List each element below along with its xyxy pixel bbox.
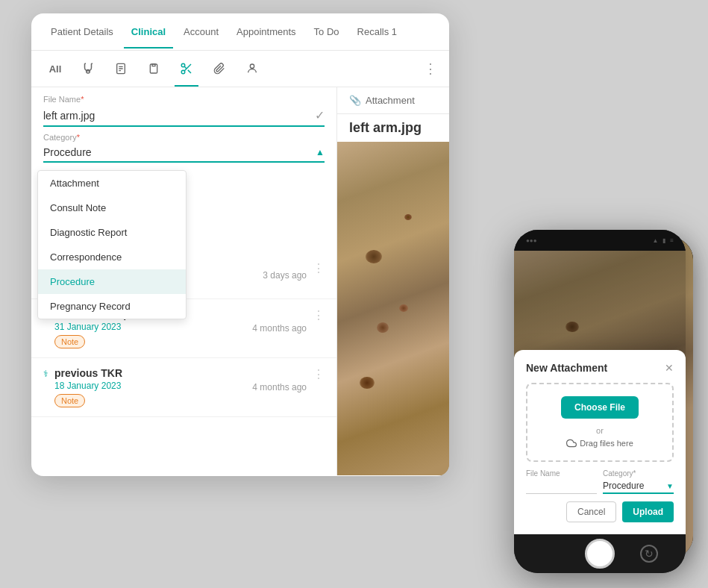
modal-footer-fields: File Name Category* Procedure ▼ [526, 469, 674, 494]
modal-actions: Cancel Upload [526, 501, 674, 522]
modal-category-dropdown[interactable]: Procedure ▼ [603, 479, 674, 494]
stethoscope-icon[interactable] [76, 57, 100, 81]
icon-toolbar: All [31, 51, 449, 87]
category-dropdown-trigger[interactable]: Procedure ▲ [43, 143, 325, 163]
person-icon[interactable] [240, 57, 264, 81]
dropdown-item-pregnancy-record[interactable]: Pregnancy Record [38, 294, 186, 319]
cancel-button[interactable]: Cancel [566, 501, 616, 522]
svg-line-11 [188, 70, 191, 73]
clipboard-icon[interactable] [142, 57, 166, 81]
camera-flip-button[interactable]: ↻ [640, 545, 658, 563]
category-label: Category* [43, 133, 325, 142]
spot-2 [377, 322, 389, 333]
scissors-icon[interactable] [175, 57, 198, 81]
spot-4 [399, 304, 408, 312]
cloud-icon [566, 438, 577, 448]
choose-file-button[interactable]: Choose File [561, 396, 639, 419]
spot-3 [360, 377, 375, 389]
attachment-image [337, 142, 449, 475]
modal-file-name-input[interactable] [526, 480, 597, 494]
modal-file-name-field: File Name [526, 469, 597, 494]
item-body-3: previous TKR 18 January 2023 Note [54, 367, 246, 407]
svg-line-12 [184, 66, 187, 69]
modal-category-value-text: Procedure [603, 481, 644, 491]
dropdown-item-correspondence[interactable]: Correspondence [38, 245, 186, 269]
more-options-icon[interactable]: ⋮ [424, 60, 437, 77]
dropdown-item-consult-note[interactable]: Consult Note [38, 196, 186, 220]
phone-signal-icon: ●●● [526, 237, 537, 244]
attachment-header: 📎 Attachment [337, 87, 449, 114]
item-date-3: 18 January 2023 [54, 381, 246, 391]
phone-status-right: ▲ ▮ ≡ [652, 237, 674, 244]
file-name-value[interactable]: left arm.jpg ✓ [43, 105, 325, 127]
item-icon-3: ⚕ [43, 369, 48, 379]
desktop-card: Patient Details Clinical Account Appoint… [31, 13, 449, 476]
item-ago-2: 4 months ago [252, 323, 307, 334]
file-name-required: * [81, 95, 84, 104]
phone-screen: New Attachment ✕ Choose File or Drag fil… [514, 251, 686, 534]
right-panel: 📎 Attachment left arm.jpg [337, 87, 449, 475]
item-more-2[interactable]: ⋮ [313, 308, 325, 322]
spot-5 [404, 214, 412, 220]
paperclip-small-icon: 📎 [349, 95, 361, 106]
drag-text-label: Drag files here [580, 439, 633, 448]
document-icon[interactable] [109, 57, 133, 81]
item-date-2: 31 January 2023 [54, 322, 246, 332]
phone-menu-icon: ≡ [670, 237, 674, 244]
spot-1 [366, 250, 382, 263]
svg-point-8 [181, 63, 185, 67]
tab-clinical[interactable]: Clinical [124, 16, 173, 48]
phone-modal-overlay: New Attachment ✕ Choose File or Drag fil… [514, 251, 686, 534]
phone-device: ●●● ▲ ▮ ≡ New Attachment ✕ Choose File o… [514, 230, 686, 573]
category-selected-value: Procedure [43, 146, 92, 158]
chevron-up-icon: ▲ [316, 147, 325, 157]
phone-modal: New Attachment ✕ Choose File or Drag fil… [514, 350, 686, 534]
dropdown-item-procedure[interactable]: Procedure [38, 269, 186, 294]
list-item[interactable]: ⚕ previous TKR 18 January 2023 Note 4 mo… [31, 358, 336, 417]
item-more-1[interactable]: ⋮ [313, 261, 325, 275]
modal-close-button[interactable]: ✕ [665, 362, 674, 374]
upload-button[interactable]: Upload [622, 501, 674, 522]
phone-battery-icon: ▮ [662, 237, 665, 244]
item-ago-3: 4 months ago [252, 382, 307, 392]
svg-point-13 [250, 64, 254, 68]
or-text: or [539, 426, 660, 435]
dropdown-item-attachment[interactable]: Attachment [38, 171, 186, 196]
category-group: Category* Procedure ▲ Attachment Consult… [31, 127, 336, 163]
category-required: * [77, 133, 80, 142]
item-more-3[interactable]: ⋮ [313, 367, 325, 381]
paperclip-icon[interactable] [207, 57, 231, 81]
left-panel: File Name* left arm.jpg ✓ Category* Proc… [31, 87, 337, 475]
attachment-filename: left arm.jpg [337, 114, 449, 142]
modal-category-label: Category* [603, 469, 674, 478]
content-area: File Name* left arm.jpg ✓ Category* Proc… [31, 87, 449, 475]
tab-account[interactable]: Account [176, 16, 226, 48]
tab-recalls[interactable]: Recalls 1 [350, 16, 404, 48]
drag-text: Drag files here [539, 438, 660, 448]
nav-tabs: Patient Details Clinical Account Appoint… [31, 13, 449, 51]
svg-point-9 [181, 70, 185, 74]
attachment-label: Attachment [366, 95, 415, 106]
tab-appointments[interactable]: Appointments [229, 16, 304, 48]
file-name-group: File Name* left arm.jpg ✓ [31, 87, 336, 127]
category-dropdown-menu: Attachment Consult Note Diagnostic Repor… [37, 170, 187, 319]
svg-rect-7 [150, 64, 157, 73]
dropdown-item-diagnostic-report[interactable]: Diagnostic Report [38, 220, 186, 245]
modal-title: New Attachment [526, 362, 607, 374]
phone-wifi-icon: ▲ [652, 237, 658, 244]
upload-zone[interactable]: Choose File or Drag files here [526, 383, 674, 462]
file-name-text: left arm.jpg [43, 110, 95, 122]
tab-patient-details[interactable]: Patient Details [43, 16, 121, 48]
modal-category-field: Category* Procedure ▼ [603, 469, 674, 494]
all-filter-button[interactable]: All [43, 57, 67, 81]
camera-shutter-button[interactable] [585, 539, 615, 569]
phone-top-bar: ●●● ▲ ▮ ≡ [514, 230, 686, 251]
tab-todo[interactable]: To Do [307, 16, 347, 48]
skin-bg [337, 142, 449, 475]
phone-bottom-bar: ↻ [514, 534, 686, 573]
item-title-3: previous TKR [54, 367, 246, 379]
item-badge-3: Note [54, 394, 85, 407]
file-name-label: File Name* [43, 95, 325, 104]
modal-file-name-label: File Name [526, 469, 597, 478]
check-icon: ✓ [315, 108, 325, 122]
